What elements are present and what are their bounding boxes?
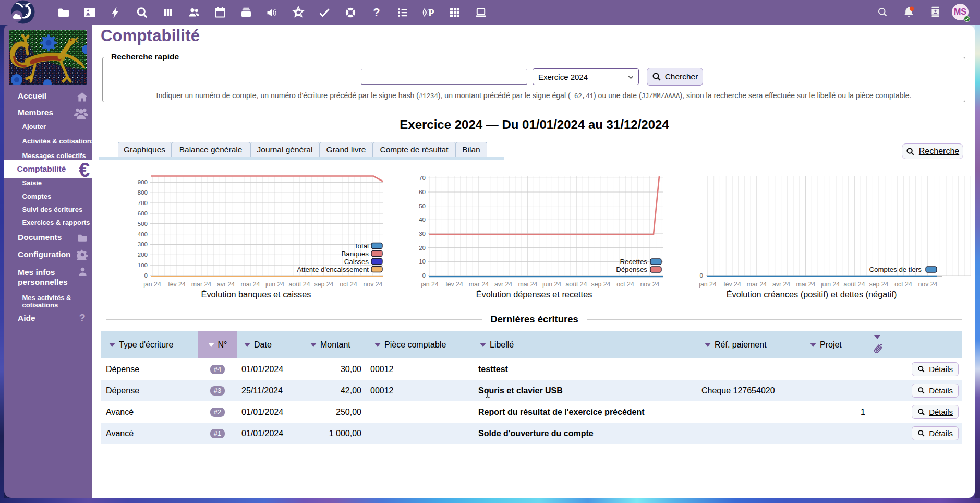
svg-text:Banques: Banques — [342, 250, 369, 258]
svg-text:nov 24: nov 24 — [364, 281, 383, 288]
svg-text:août 24: août 24 — [565, 281, 587, 288]
svg-text:mai 24: mai 24 — [518, 281, 538, 288]
svg-text:fév 24: fév 24 — [723, 281, 741, 288]
svg-text:400: 400 — [138, 231, 148, 237]
svg-text:nov 24: nov 24 — [640, 281, 660, 288]
svg-text:Caisses: Caisses — [344, 258, 369, 266]
svg-text:40: 40 — [419, 217, 426, 223]
svg-text:Attente d'encaissement: Attente d'encaissement — [297, 266, 369, 273]
svg-text:juin 24: juin 24 — [820, 281, 840, 288]
svg-text:?: ? — [373, 6, 380, 19]
svg-text:800: 800 — [138, 189, 148, 196]
svg-text:Total: Total — [354, 242, 369, 250]
svg-text:fév 24: fév 24 — [168, 281, 186, 288]
svg-text:août 24: août 24 — [288, 281, 310, 288]
svg-text:70: 70 — [419, 175, 426, 181]
svg-text:jan 24: jan 24 — [698, 281, 717, 288]
svg-text:juin 24: juin 24 — [265, 281, 284, 288]
svg-text:oct 24: oct 24 — [894, 281, 912, 288]
svg-text:Évolution créances (positif) e: Évolution créances (positif) et dettes (… — [727, 290, 897, 299]
svg-text:10: 10 — [419, 258, 426, 265]
svg-text:avr 24: avr 24 — [494, 281, 512, 288]
svg-text:20: 20 — [419, 245, 426, 251]
svg-text:0: 0 — [144, 272, 148, 279]
svg-text:P: P — [428, 7, 434, 18]
svg-text:mar 24: mar 24 — [191, 281, 211, 288]
svg-text:juin 24: juin 24 — [542, 281, 561, 288]
svg-text:600: 600 — [138, 210, 148, 217]
svg-text:août 24: août 24 — [843, 281, 865, 288]
svg-text:fév 24: fév 24 — [445, 281, 463, 288]
svg-text:sep 24: sep 24 — [591, 281, 611, 288]
svg-text:Comptes de tiers: Comptes de tiers — [869, 266, 922, 273]
svg-text:0: 0 — [422, 272, 426, 279]
svg-text:mai 24: mai 24 — [796, 281, 816, 288]
svg-text:30: 30 — [419, 231, 426, 237]
svg-text:jan 24: jan 24 — [143, 281, 161, 288]
svg-text:jan 24: jan 24 — [420, 281, 439, 288]
svg-text:mar 24: mar 24 — [469, 281, 489, 288]
svg-text:sep 24: sep 24 — [314, 281, 334, 288]
svg-text:Recettes: Recettes — [620, 258, 648, 266]
svg-text:nov 24: nov 24 — [918, 281, 938, 288]
svg-text:100: 100 — [138, 262, 148, 268]
svg-text:oct 24: oct 24 — [616, 281, 634, 288]
svg-text:avr 24: avr 24 — [772, 281, 790, 288]
svg-text:50: 50 — [419, 203, 426, 209]
svg-text:60: 60 — [419, 189, 426, 195]
svg-text:Évolution banques et caisses: Évolution banques et caisses — [201, 290, 311, 299]
svg-text:200: 200 — [138, 252, 148, 258]
svg-text:sep 24: sep 24 — [869, 281, 889, 288]
svg-text:0: 0 — [700, 272, 703, 279]
svg-text:900: 900 — [138, 179, 148, 185]
svg-text:mai 24: mai 24 — [241, 281, 260, 288]
svg-text:Évolution dépenses et recettes: Évolution dépenses et recettes — [476, 290, 592, 299]
svg-text:oct 24: oct 24 — [340, 281, 357, 288]
svg-text:500: 500 — [138, 221, 148, 227]
svg-text:avr 24: avr 24 — [217, 281, 235, 288]
svg-text:mar 24: mar 24 — [747, 281, 767, 288]
svg-text:Dépenses: Dépenses — [616, 266, 647, 273]
svg-text:700: 700 — [138, 200, 148, 206]
svg-text:300: 300 — [138, 241, 148, 247]
